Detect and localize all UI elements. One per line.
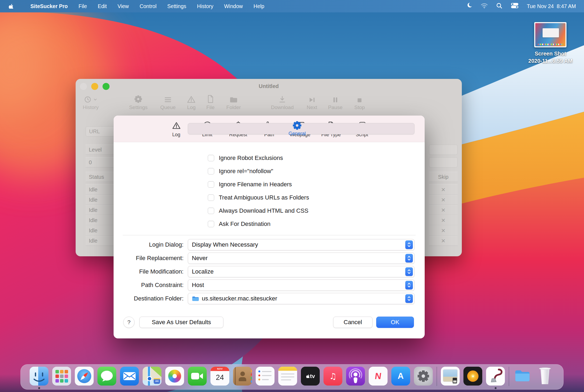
- x-icon: ×: [441, 186, 445, 193]
- settings-icon: [129, 93, 148, 103]
- dock-item-finder[interactable]: [30, 367, 48, 389]
- search-icon[interactable]: [496, 2, 502, 10]
- control-center-icon[interactable]: [511, 2, 519, 10]
- menu-clock[interactable]: Tue Nov 24 8:47 AM: [527, 3, 576, 9]
- desktop-file-screenshot[interactable]: Screen Shot 2020-11...6.59 AM: [519, 22, 581, 65]
- dock-item-sitesucker[interactable]: [486, 367, 505, 389]
- table-field-placeholder: [429, 145, 458, 155]
- tab-row: General Log50 Limit Request Path Webpage…: [163, 116, 375, 142]
- dock-item-music[interactable]: ♫: [323, 367, 342, 389]
- select-value: Display When Necessary: [192, 241, 258, 248]
- dock-item-launchpad[interactable]: [52, 367, 71, 389]
- select-file-replacement[interactable]: Never: [188, 253, 414, 264]
- dock-item-reminders[interactable]: [256, 367, 275, 389]
- toolbar-label: Queue: [160, 104, 175, 110]
- ok-button[interactable]: OK: [376, 317, 414, 328]
- dock-item-pacifist[interactable]: [441, 367, 460, 389]
- apple-menu-icon[interactable]: [8, 3, 13, 10]
- dock-item-photos[interactable]: [165, 367, 184, 389]
- checkbox-treat-ambiguous-urls-as-folders[interactable]: [208, 194, 214, 201]
- menu-file[interactable]: File: [79, 3, 87, 9]
- wifi-icon[interactable]: [481, 3, 488, 10]
- help-button[interactable]: ?: [123, 317, 135, 328]
- toolbar-queue[interactable]: Queue: [160, 93, 175, 110]
- checkbox-ignore-robot-exclusions[interactable]: [208, 155, 214, 161]
- stepper-icon[interactable]: [405, 240, 413, 249]
- checkbox-ignore-rel-nofollow[interactable]: [208, 168, 214, 174]
- menu-history[interactable]: History: [197, 3, 213, 9]
- skip-button[interactable]: ×: [429, 184, 458, 195]
- toolbar-pause[interactable]: Pause: [328, 93, 343, 110]
- download-icon: [271, 93, 294, 103]
- toolbar-history[interactable]: History: [83, 93, 98, 110]
- table-field-placeholder: [429, 157, 458, 167]
- menu-edit[interactable]: Edit: [98, 3, 107, 9]
- skip-button[interactable]: ×: [429, 236, 458, 246]
- dock-item-contacts[interactable]: [233, 367, 252, 389]
- tab-general[interactable]: General: [188, 123, 414, 134]
- stepper-icon[interactable]: [405, 254, 413, 262]
- cancel-button[interactable]: Cancel: [333, 317, 372, 328]
- label-login-dialog: Login Dialog:: [114, 239, 184, 250]
- dock-item-trash[interactable]: [536, 367, 554, 389]
- menu-items: FileEditViewControlSettingsHistoryWindow…: [79, 3, 264, 9]
- screenshot-thumbnail[interactable]: [534, 22, 567, 47]
- status-header: Status: [86, 172, 114, 182]
- status-row: Idle: [86, 215, 114, 225]
- select-value: us.sitesucker.mac.sitesucker: [202, 295, 277, 302]
- toolbar-label: Settings: [129, 104, 148, 110]
- toolbar-settings[interactable]: Settings: [129, 93, 148, 110]
- stepper-icon[interactable]: [405, 281, 413, 289]
- toolbar-folder[interactable]: Folder: [226, 93, 241, 110]
- toolbar-file[interactable]: File: [206, 93, 215, 110]
- dock-item-downloads-folder[interactable]: [513, 367, 532, 389]
- dock-item-calendar[interactable]: NOV 24: [210, 367, 229, 389]
- stepper-icon[interactable]: [405, 294, 413, 303]
- dock-item-facetime[interactable]: [188, 367, 207, 389]
- toolbar-next[interactable]: Next: [307, 93, 317, 110]
- app-menu-sitesucker-pro[interactable]: SiteSucker Pro: [30, 3, 68, 9]
- do-not-disturb-moon-icon[interactable]: [466, 2, 473, 10]
- status-row: Idle: [86, 195, 114, 205]
- checkbox-always-download-html-and-css[interactable]: [208, 208, 214, 214]
- dock-item-disc-app[interactable]: [463, 367, 482, 389]
- screenshot-thumbnail-image: [535, 23, 565, 46]
- select-destination-folder[interactable]: us.sitesucker.mac.sitesucker: [188, 293, 414, 304]
- menu-bar-status: Tue Nov 24 8:47 AM: [466, 2, 576, 10]
- menu-help[interactable]: Help: [254, 3, 264, 9]
- running-indicator-dot: [495, 387, 497, 389]
- select-login-dialog[interactable]: Display When Necessary: [188, 239, 414, 250]
- level-header: Level: [86, 145, 114, 155]
- menu-settings[interactable]: Settings: [167, 3, 186, 9]
- dock-item-mail[interactable]: [120, 367, 139, 389]
- tab-log[interactable]: Log: [163, 117, 190, 140]
- dock-item-system-preferences[interactable]: [414, 367, 433, 389]
- toolbar-log[interactable]: Log: [187, 93, 196, 110]
- checkbox-ignore-filename-in-headers[interactable]: [208, 181, 214, 188]
- menu-window[interactable]: Window: [224, 3, 243, 9]
- dock-item-app-store[interactable]: A: [391, 367, 410, 389]
- toolbar-download[interactable]: Download: [271, 93, 294, 110]
- skip-button[interactable]: ×: [429, 215, 458, 225]
- select-file-modification[interactable]: Localize: [188, 266, 414, 277]
- dock-item-podcasts[interactable]: [346, 367, 365, 389]
- menu-control[interactable]: Control: [140, 3, 157, 9]
- dock-item-tv[interactable]: tv: [301, 367, 320, 389]
- dock-item-notes[interactable]: [278, 367, 297, 389]
- skip-button[interactable]: ×: [429, 225, 458, 236]
- desktop-file-label-line2: 2020-11...6.59 AM: [519, 57, 581, 65]
- select-path-constraint[interactable]: Host: [188, 279, 414, 291]
- running-indicator-dot: [38, 387, 40, 389]
- thumbnail-mini-dock: [538, 44, 563, 45]
- dock-item-safari[interactable]: [75, 367, 94, 389]
- dock-item-messages[interactable]: [97, 367, 116, 389]
- checkbox-ask-for-destination[interactable]: [208, 221, 214, 227]
- save-as-user-defaults-button[interactable]: Save As User Defaults: [139, 317, 223, 328]
- toolbar-stop[interactable]: Stop: [354, 93, 365, 110]
- skip-button[interactable]: ×: [429, 195, 458, 205]
- dock-item-news[interactable]: N: [369, 367, 388, 389]
- menu-view[interactable]: View: [118, 3, 129, 9]
- skip-button[interactable]: ×: [429, 205, 458, 215]
- dock-item-maps[interactable]: 280: [143, 367, 161, 389]
- stepper-icon[interactable]: [405, 267, 413, 276]
